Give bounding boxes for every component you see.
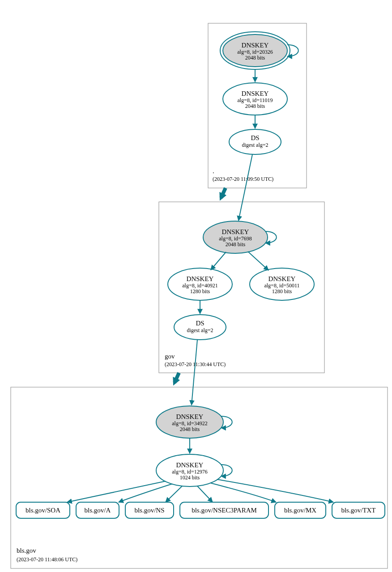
zone-blsgov-label: bls.gov: [17, 547, 36, 554]
svg-text:DS: DS: [251, 134, 259, 141]
svg-text:2048 bits: 2048 bits: [180, 426, 200, 432]
svg-text:DNSKEY: DNSKEY: [242, 90, 269, 97]
edge-zsk-txt: [217, 479, 333, 502]
node-gov-zsk1: DNSKEY alg=8, id=40921 1280 bits: [168, 268, 232, 300]
svg-text:alg=8, id=12976: alg=8, id=12976: [172, 469, 208, 475]
edge-gov-ds-bls-ksk: [192, 340, 197, 405]
svg-text:alg=8, id=7698: alg=8, id=7698: [219, 235, 252, 242]
zone-blsgov-timestamp: (2023-07-20 11:48:06 UTC): [17, 556, 77, 563]
edge-gov-ksk-zsk1: [211, 252, 226, 270]
node-root-zsk: DNSKEY alg=8, id=11019 2048 bits: [223, 83, 287, 115]
node-gov-ksk: DNSKEY alg=8, id=7698 2048 bits: [203, 221, 268, 253]
edge-zsk-nsec3: [197, 486, 213, 502]
svg-text:alg=8, id=20326: alg=8, id=20326: [237, 49, 273, 55]
svg-text:DS: DS: [196, 320, 204, 327]
node-root-ds: DS digest alg=2: [229, 129, 281, 154]
svg-text:2048 bits: 2048 bits: [245, 103, 265, 109]
record-mx: bls.gov/MX: [275, 502, 326, 518]
zone-root-timestamp: (2023-07-20 11:09:50 UTC): [213, 176, 273, 182]
node-bls-ksk: DNSKEY alg=8, id=34922 2048 bits: [156, 406, 223, 438]
edge-gov-to-bls-zone: [175, 373, 179, 383]
svg-text:1024 bits: 1024 bits: [180, 474, 200, 481]
node-gov-zsk2: DNSKEY alg=8, id=50011 1280 bits: [250, 268, 314, 300]
svg-text:digest alg=2: digest alg=2: [242, 142, 268, 148]
svg-text:alg=8, id=34922: alg=8, id=34922: [172, 420, 208, 427]
svg-text:alg=8, id=11019: alg=8, id=11019: [237, 97, 273, 103]
node-gov-ds: DS digest alg=2: [174, 315, 226, 340]
svg-text:bls.gov/MX: bls.gov/MX: [284, 507, 316, 514]
node-bls-zsk: DNSKEY alg=8, id=12976 1024 bits: [156, 454, 223, 487]
record-a: bls.gov/A: [76, 502, 119, 518]
edge-zsk-mx: [210, 483, 276, 502]
node-root-ksk: DNSKEY alg=8, id=20326 2048 bits: [220, 32, 290, 69]
svg-text:2048 bits: 2048 bits: [245, 55, 265, 61]
svg-text:DNSKEY: DNSKEY: [176, 413, 204, 420]
svg-text:alg=8, id=50011: alg=8, id=50011: [264, 282, 299, 289]
zone-gov-label: gov: [165, 353, 175, 360]
record-ns: bls.gov/NS: [125, 502, 174, 518]
svg-text:digest alg=2: digest alg=2: [187, 327, 213, 333]
svg-text:alg=8, id=40921: alg=8, id=40921: [182, 282, 218, 289]
record-nsec3param: bls.gov/NSEC3PARAM: [180, 502, 268, 518]
edge-zsk-soa: [67, 481, 166, 502]
svg-text:2048 bits: 2048 bits: [226, 241, 246, 248]
svg-text:1280 bits: 1280 bits: [190, 288, 210, 295]
svg-text:1280 bits: 1280 bits: [272, 288, 292, 295]
svg-text:bls.gov/SOA: bls.gov/SOA: [26, 507, 60, 514]
svg-text:DNSKEY: DNSKEY: [222, 228, 249, 235]
record-soa: bls.gov/SOA: [16, 502, 70, 518]
svg-text:bls.gov/NSEC3PARAM: bls.gov/NSEC3PARAM: [192, 507, 257, 514]
svg-text:DNSKEY: DNSKEY: [187, 275, 214, 282]
svg-text:bls.gov/A: bls.gov/A: [85, 507, 111, 514]
svg-text:DNSKEY: DNSKEY: [268, 275, 296, 282]
edge-root-to-gov-zone: [221, 188, 226, 198]
svg-text:bls.gov/NS: bls.gov/NS: [134, 507, 164, 514]
record-txt: bls.gov/TXT: [332, 502, 385, 518]
svg-text:DNSKEY: DNSKEY: [176, 461, 204, 469]
edge-root-ds-gov-ksk: [239, 154, 252, 221]
edge-gov-ksk-zsk2: [248, 252, 268, 270]
svg-text:bls.gov/TXT: bls.gov/TXT: [341, 507, 375, 514]
edge-zsk-a: [119, 484, 172, 502]
svg-text:DNSKEY: DNSKEY: [242, 42, 269, 49]
zone-root-label: .: [213, 167, 214, 175]
edge-zsk-ns: [166, 486, 182, 502]
